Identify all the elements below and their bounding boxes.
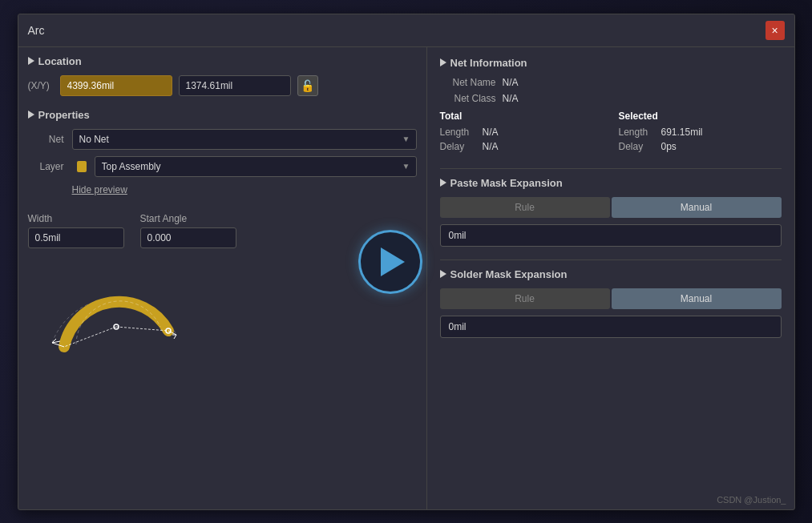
paste-mask-label: Paste Mask Expansion (450, 177, 563, 189)
total-length-val: N/A (483, 127, 499, 138)
solder-manual-button[interactable]: Manual (612, 288, 782, 309)
selected-col: Selected Length 691.15mil Delay 0ps (619, 111, 782, 155)
paste-manual-button[interactable]: Manual (612, 197, 782, 218)
net-stats: Total Length N/A Delay N/A Selected (440, 111, 782, 155)
layer-row: Layer Top Assembly (28, 156, 417, 177)
solder-mask-section: Solder Mask Expansion Rule Manual (440, 268, 782, 338)
net-class-value: N/A (503, 93, 519, 104)
solder-rule-button[interactable]: Rule (440, 288, 610, 309)
left-panel: Location (X/Y) 🔓 Propert (18, 47, 427, 509)
solder-rule-manual-row: Rule Manual (440, 288, 782, 309)
start-angle-group: Start Angle (140, 213, 236, 248)
x-input[interactable] (60, 75, 172, 96)
divider-2 (440, 259, 782, 260)
solder-mask-header: Solder Mask Expansion (440, 268, 782, 280)
net-class-row: Net Class N/A (440, 93, 782, 104)
net-select-wrapper: No Net (72, 129, 417, 150)
paste-mask-input[interactable] (440, 224, 782, 247)
paste-mask-section: Paste Mask Expansion Rule Manual (440, 177, 782, 247)
properties-collapse-icon[interactable] (28, 111, 34, 119)
width-group: Width (28, 213, 124, 248)
location-label: Location (38, 55, 82, 67)
close-button[interactable]: × (766, 21, 785, 40)
net-info-label: Net Information (450, 57, 527, 69)
location-section: Location (X/Y) 🔓 (28, 55, 417, 96)
total-length-row: Length N/A (440, 127, 603, 138)
xy-label: (X/Y) (28, 80, 54, 91)
layer-select[interactable]: Top Assembly (95, 156, 417, 177)
net-label: Net (28, 134, 64, 145)
layer-color-dot (77, 161, 87, 172)
selected-delay-key: Delay (619, 141, 655, 152)
layer-label: Layer (28, 161, 64, 172)
divider-1 (440, 168, 782, 169)
selected-length-val: 691.15mil (661, 127, 703, 138)
start-angle-label: Start Angle (140, 213, 236, 224)
left-scroll-area[interactable]: Location (X/Y) 🔓 Propert (18, 47, 426, 509)
selected-delay-val: 0ps (661, 141, 677, 152)
paste-rule-manual-row: Rule Manual (440, 197, 782, 218)
width-label: Width (28, 213, 124, 224)
net-info-collapse-icon[interactable] (440, 58, 446, 66)
total-col: Total Length N/A Delay N/A (440, 111, 603, 155)
y-input[interactable] (179, 75, 291, 96)
lock-icon: 🔓 (301, 79, 314, 92)
net-information-section: Net Information Net Name N/A Net Class N… (440, 57, 782, 155)
location-header: Location (28, 55, 417, 67)
svg-rect-0 (28, 263, 188, 367)
total-delay-val: N/A (483, 141, 499, 152)
solder-mask-collapse-icon[interactable] (440, 270, 446, 278)
arc-preview (28, 263, 188, 367)
selected-length-row: Length 691.15mil (619, 127, 782, 138)
selected-delay-row: Delay 0ps (619, 141, 782, 152)
dialog-title: Arc (28, 24, 45, 37)
net-info-header: Net Information (440, 57, 782, 69)
properties-header: Properties (28, 109, 417, 121)
net-select[interactable]: No Net (72, 129, 417, 150)
location-collapse-icon[interactable] (28, 57, 34, 65)
solder-mask-input[interactable] (440, 316, 782, 338)
properties-section: Properties Net No Net Layer (28, 109, 417, 369)
dialog-titlebar: Arc × (18, 14, 794, 47)
total-header: Total (440, 111, 603, 122)
net-row: Net No Net (28, 129, 417, 150)
total-length-key: Length (440, 127, 476, 138)
solder-mask-label: Solder Mask Expansion (450, 268, 568, 280)
total-delay-row: Delay N/A (440, 141, 603, 152)
layer-select-wrapper: Top Assembly (95, 156, 417, 177)
width-angle-row: Width Start Angle (28, 213, 417, 248)
properties-label: Properties (38, 109, 90, 121)
net-name-value: N/A (503, 77, 519, 88)
dialog-body: Location (X/Y) 🔓 Propert (18, 47, 794, 509)
right-panel: Net Information Net Name N/A Net Class N… (427, 47, 794, 509)
total-delay-key: Delay (440, 141, 476, 152)
arc-dialog: Arc × Location (X/Y) 🔓 (18, 14, 795, 510)
paste-mask-header: Paste Mask Expansion (440, 177, 782, 189)
net-name-row: Net Name N/A (440, 77, 782, 88)
net-name-key: Net Name (440, 77, 496, 88)
paste-rule-button[interactable]: Rule (440, 197, 610, 218)
lock-button[interactable]: 🔓 (297, 75, 318, 96)
xy-row: (X/Y) 🔓 (28, 75, 417, 96)
start-angle-input[interactable] (140, 227, 236, 248)
net-class-key: Net Class (440, 93, 496, 104)
watermark: CSDN @Justion_ (717, 495, 786, 505)
paste-mask-collapse-icon[interactable] (440, 179, 446, 187)
selected-length-key: Length (619, 127, 655, 138)
hide-preview-link[interactable]: Hide preview (72, 184, 127, 195)
selected-header: Selected (619, 111, 782, 122)
width-input[interactable] (28, 227, 124, 248)
